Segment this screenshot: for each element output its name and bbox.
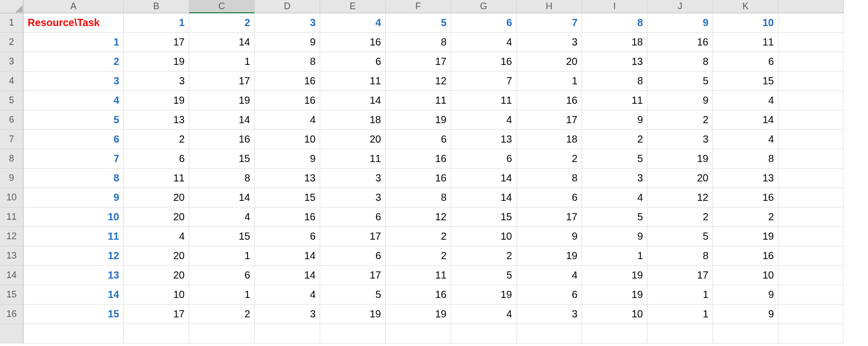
data-cell[interactable]: 1: [189, 52, 255, 72]
empty-cell[interactable]: [778, 266, 844, 285]
data-cell[interactable]: 11: [582, 91, 648, 110]
data-cell[interactable]: 1: [517, 72, 582, 91]
data-cell[interactable]: 20: [124, 188, 189, 207]
resource-label-3[interactable]: 3: [24, 72, 124, 91]
data-cell[interactable]: 16: [713, 246, 778, 266]
data-cell[interactable]: 2: [386, 227, 451, 246]
data-cell[interactable]: 16: [517, 91, 582, 110]
column-header-E[interactable]: E: [320, 0, 386, 13]
select-all-corner[interactable]: [0, 0, 24, 13]
data-cell[interactable]: 11: [386, 91, 451, 110]
data-cell[interactable]: 4: [255, 285, 320, 305]
data-cell[interactable]: 16: [255, 91, 320, 110]
data-cell[interactable]: 9: [517, 227, 582, 246]
data-cell[interactable]: 3: [124, 72, 189, 91]
row-header-8[interactable]: 8: [0, 149, 24, 169]
data-cell[interactable]: 20: [124, 246, 189, 266]
row-header-15[interactable]: 15: [0, 285, 24, 305]
resource-label-2[interactable]: 2: [24, 52, 124, 72]
data-cell[interactable]: 10: [582, 305, 648, 324]
task-header-7[interactable]: 7: [517, 13, 582, 33]
data-cell[interactable]: 17: [517, 207, 582, 227]
data-cell[interactable]: 2: [648, 110, 713, 130]
data-cell[interactable]: 2: [386, 246, 451, 266]
column-header-D[interactable]: D: [255, 0, 320, 13]
data-cell[interactable]: 13: [124, 110, 189, 130]
data-cell[interactable]: 6: [320, 52, 386, 72]
data-cell[interactable]: 5: [451, 266, 517, 285]
data-cell[interactable]: 19: [582, 285, 648, 305]
data-cell[interactable]: 19: [451, 285, 517, 305]
data-cell[interactable]: 5: [648, 227, 713, 246]
data-cell[interactable]: 2: [124, 130, 189, 149]
data-cell[interactable]: 6: [713, 52, 778, 72]
column-header-blank[interactable]: [778, 0, 844, 13]
data-cell[interactable]: 19: [582, 266, 648, 285]
data-cell[interactable]: 8: [386, 33, 451, 52]
data-cell[interactable]: 6: [189, 266, 255, 285]
row-header-10[interactable]: 10: [0, 188, 24, 207]
resource-label-4[interactable]: 4: [24, 91, 124, 110]
data-cell[interactable]: 15: [713, 72, 778, 91]
data-cell[interactable]: 16: [386, 149, 451, 169]
data-cell[interactable]: 5: [582, 149, 648, 169]
data-cell[interactable]: 8: [189, 169, 255, 188]
data-cell[interactable]: 10: [451, 227, 517, 246]
data-cell[interactable]: 7: [451, 72, 517, 91]
data-cell[interactable]: 3: [517, 33, 582, 52]
resource-label-12[interactable]: 12: [24, 246, 124, 266]
data-cell[interactable]: 11: [320, 149, 386, 169]
data-cell[interactable]: 14: [451, 188, 517, 207]
empty-cell[interactable]: [778, 72, 844, 91]
row-header-14[interactable]: 14: [0, 266, 24, 285]
data-cell[interactable]: 19: [124, 91, 189, 110]
empty-cell[interactable]: [778, 227, 844, 246]
data-cell[interactable]: 17: [320, 227, 386, 246]
empty-cell[interactable]: [778, 305, 844, 324]
task-header-6[interactable]: 6: [451, 13, 517, 33]
data-cell[interactable]: 5: [648, 72, 713, 91]
data-cell[interactable]: 1: [582, 246, 648, 266]
data-cell[interactable]: 4: [517, 266, 582, 285]
column-header-G[interactable]: G: [451, 0, 517, 13]
spreadsheet-grid[interactable]: ABCDEFGHIJK1Resource\Task123456789102117…: [0, 0, 868, 343]
data-cell[interactable]: 1: [648, 305, 713, 324]
empty-cell[interactable]: [451, 324, 517, 343]
data-cell[interactable]: 15: [255, 188, 320, 207]
data-cell[interactable]: 9: [648, 91, 713, 110]
data-cell[interactable]: 20: [517, 52, 582, 72]
data-cell[interactable]: 16: [386, 285, 451, 305]
row-header-6[interactable]: 6: [0, 110, 24, 130]
column-header-B[interactable]: B: [124, 0, 189, 13]
data-cell[interactable]: 14: [713, 110, 778, 130]
data-cell[interactable]: 9: [582, 227, 648, 246]
empty-cell[interactable]: [648, 324, 713, 343]
data-cell[interactable]: 17: [189, 72, 255, 91]
task-header-3[interactable]: 3: [255, 13, 320, 33]
data-cell[interactable]: 9: [255, 149, 320, 169]
empty-cell[interactable]: [189, 324, 255, 343]
data-cell[interactable]: 19: [713, 227, 778, 246]
data-cell[interactable]: 10: [713, 266, 778, 285]
data-cell[interactable]: 11: [320, 72, 386, 91]
data-cell[interactable]: 8: [713, 149, 778, 169]
data-cell[interactable]: 4: [451, 33, 517, 52]
resource-label-11[interactable]: 11: [24, 227, 124, 246]
data-cell[interactable]: 11: [451, 91, 517, 110]
data-cell[interactable]: 1: [648, 285, 713, 305]
data-cell[interactable]: 9: [713, 305, 778, 324]
data-cell[interactable]: 6: [517, 188, 582, 207]
data-cell[interactable]: 20: [124, 207, 189, 227]
data-cell[interactable]: 13: [582, 52, 648, 72]
data-cell[interactable]: 16: [648, 33, 713, 52]
resource-label-1[interactable]: 1: [24, 33, 124, 52]
empty-cell[interactable]: [778, 130, 844, 149]
data-cell[interactable]: 19: [386, 110, 451, 130]
data-cell[interactable]: 19: [189, 91, 255, 110]
empty-cell[interactable]: [517, 324, 582, 343]
empty-cell[interactable]: [778, 110, 844, 130]
data-cell[interactable]: 18: [517, 130, 582, 149]
data-cell[interactable]: 3: [320, 169, 386, 188]
data-cell[interactable]: 17: [648, 266, 713, 285]
data-cell[interactable]: 18: [582, 33, 648, 52]
